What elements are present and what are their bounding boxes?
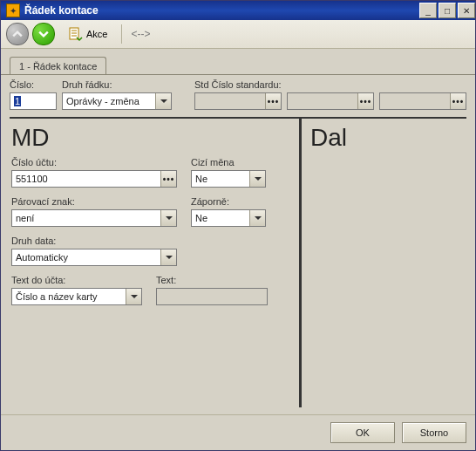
select-druh-value: Oprávky - změna	[63, 96, 155, 106]
field-ucet: Číslo účtu: 551100 •••	[11, 157, 177, 188]
label-mena: Cizí měna	[191, 157, 266, 167]
field-cislo: Číslo: 1	[10, 79, 57, 110]
input-std2[interactable]: •••	[287, 92, 374, 110]
maximize-icon: □	[445, 6, 450, 16]
label-texta: Text do účta:	[11, 275, 142, 285]
window-title: Řádek kontace	[24, 4, 418, 17]
chevron-down-icon	[249, 171, 265, 187]
nav-down-button[interactable]	[32, 23, 55, 45]
close-button[interactable]: ✕	[458, 3, 475, 18]
std-row: ••• ••• •••	[194, 92, 466, 110]
chevron-down-icon	[155, 93, 171, 109]
ucet-value: 551100	[12, 174, 160, 184]
label-textb: Text:	[156, 275, 268, 285]
md-title: MD	[11, 124, 290, 152]
panel-md: MD Číslo účtu: 551100 ••• Cizí měna Ne	[10, 119, 302, 407]
input-ucet[interactable]: 551100 •••	[11, 170, 177, 188]
tab-strip: 1 - Řádek kontace	[1, 56, 475, 75]
nav-up-button[interactable]	[6, 23, 29, 45]
input-std3[interactable]: •••	[379, 92, 466, 110]
label-ucet: Číslo účtu:	[11, 157, 177, 167]
input-std1[interactable]: •••	[194, 92, 282, 110]
document-icon	[67, 26, 83, 42]
ok-label: OK	[356, 427, 370, 438]
select-druhd[interactable]: Automaticky	[11, 249, 177, 266]
chevron-up-icon	[12, 29, 23, 39]
field-textb: Text:	[156, 275, 268, 305]
label-druhd: Druh data:	[11, 236, 177, 246]
select-druh-radku[interactable]: Oprávky - změna	[62, 92, 172, 110]
select-parz[interactable]: není	[11, 209, 177, 227]
parz-value: není	[12, 213, 160, 223]
label-cislo: Číslo:	[10, 79, 57, 90]
label-zap: Záporně:	[191, 196, 266, 207]
select-zap[interactable]: Ne	[191, 209, 266, 227]
tab-radek-kontace[interactable]: 1 - Řádek kontace	[10, 57, 106, 75]
close-icon: ✕	[463, 6, 470, 16]
top-row: Číslo: 1 Druh řádku: Oprávky - změna Std…	[10, 79, 466, 117]
field-texta: Text do účta: Číslo a název karty	[11, 275, 142, 305]
row-ucet-mena: Číslo účtu: 551100 ••• Cizí měna Ne	[11, 157, 290, 188]
field-zap: Záporně: Ne	[191, 196, 266, 227]
row-parz-zap: Párovací znak: není Záporně: Ne	[11, 196, 290, 227]
field-parz: Párovací znak: není	[11, 196, 177, 227]
select-texta[interactable]: Číslo a název karty	[11, 288, 142, 305]
ellipsis-icon: •••	[450, 93, 466, 109]
label-std: Std Číslo standardu:	[194, 79, 466, 90]
toolbar-divider	[121, 24, 122, 44]
label-parz: Párovací znak:	[11, 196, 177, 207]
dal-title: Dal	[310, 124, 458, 152]
maximize-button[interactable]: □	[439, 3, 456, 18]
cancel-button[interactable]: Storno	[402, 422, 466, 443]
window: ✦ Řádek kontace _ □ ✕ Akce <--> 1 - Řáde…	[0, 0, 476, 451]
ok-button[interactable]: OK	[330, 422, 395, 443]
ellipsis-icon: •••	[265, 93, 281, 109]
druhd-value: Automaticky	[12, 252, 160, 263]
input-cislo[interactable]: 1	[10, 92, 57, 110]
minimize-icon: _	[425, 6, 431, 16]
chevron-down-icon	[160, 249, 176, 265]
action-menu[interactable]: Akce	[62, 24, 112, 44]
input-cislo-value: 1	[10, 96, 56, 106]
toolbar: Akce <-->	[1, 20, 475, 49]
split-panel: MD Číslo účtu: 551100 ••• Cizí měna Ne	[10, 117, 466, 407]
zap-value: Ne	[192, 213, 249, 223]
label-druh-radku: Druh řádku:	[62, 79, 172, 90]
chevron-down-icon	[126, 289, 141, 304]
field-mena: Cizí měna Ne	[191, 157, 266, 188]
mena-value: Ne	[192, 174, 249, 184]
tab-underline	[1, 74, 475, 75]
chevron-down-icon	[160, 210, 176, 226]
texta-value: Číslo a název karty	[12, 291, 126, 302]
field-druh-radku: Druh řádku: Oprávky - změna	[62, 79, 172, 110]
app-icon: ✦	[6, 3, 20, 17]
chevron-down-icon	[249, 210, 265, 226]
ellipsis-icon: •••	[160, 171, 176, 187]
row-druhd: Druh data: Automaticky	[11, 236, 290, 266]
input-textb[interactable]	[156, 288, 268, 305]
bottom-bar: OK Storno	[1, 414, 475, 450]
field-std: Std Číslo standardu: ••• ••• •••	[194, 79, 466, 110]
ellipsis-icon: •••	[357, 93, 373, 109]
panel-dal: Dal	[302, 119, 466, 407]
chevron-down-icon	[38, 29, 49, 39]
select-mena[interactable]: Ne	[191, 170, 266, 188]
titlebar: ✦ Řádek kontace _ □ ✕	[1, 1, 475, 20]
cancel-label: Storno	[420, 427, 448, 438]
minimize-button[interactable]: _	[419, 3, 437, 18]
field-druhd: Druh data: Automaticky	[11, 236, 177, 266]
nav-arrows-label[interactable]: <-->	[131, 28, 150, 40]
row-text: Text do účta: Číslo a název karty Text:	[11, 275, 290, 305]
action-label: Akce	[86, 29, 107, 39]
window-controls: _ □ ✕	[418, 3, 475, 18]
tab-label: 1 - Řádek kontace	[19, 61, 97, 72]
form-area: Číslo: 1 Druh řádku: Oprávky - změna Std…	[10, 79, 466, 412]
